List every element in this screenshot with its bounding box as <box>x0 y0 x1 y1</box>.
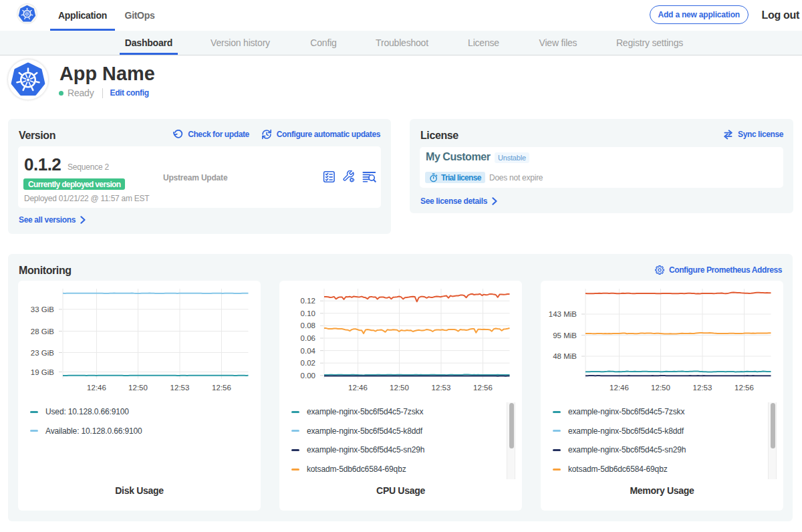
svg-text:0.06: 0.06 <box>301 334 315 342</box>
svg-text:12:46: 12:46 <box>348 384 368 392</box>
svg-text:143 MiB: 143 MiB <box>549 310 577 318</box>
svg-text:12:56: 12:56 <box>734 384 754 392</box>
svg-text:12:53: 12:53 <box>170 384 190 392</box>
svg-text:0.04: 0.04 <box>301 347 316 355</box>
svg-text:19 GiB: 19 GiB <box>31 368 54 376</box>
svg-text:28 GiB: 28 GiB <box>31 327 54 336</box>
svg-text:0.08: 0.08 <box>301 321 315 329</box>
svg-text:12:46: 12:46 <box>610 384 629 392</box>
svg-text:0.00: 0.00 <box>301 372 315 380</box>
svg-text:33 GiB: 33 GiB <box>31 305 54 313</box>
svg-text:48 MiB: 48 MiB <box>553 352 577 360</box>
svg-text:12:50: 12:50 <box>651 384 670 392</box>
svg-text:12:56: 12:56 <box>473 384 493 392</box>
svg-text:12:53: 12:53 <box>432 384 451 392</box>
svg-text:12:50: 12:50 <box>390 384 409 392</box>
svg-text:12:53: 12:53 <box>693 384 712 392</box>
svg-text:0.02: 0.02 <box>301 359 315 367</box>
svg-text:23 GiB: 23 GiB <box>31 349 54 357</box>
svg-text:0.10: 0.10 <box>301 309 315 317</box>
svg-text:12:46: 12:46 <box>87 384 106 392</box>
svg-text:0.12: 0.12 <box>301 297 315 305</box>
svg-text:12:56: 12:56 <box>212 384 231 392</box>
svg-text:95 MiB: 95 MiB <box>553 331 577 340</box>
svg-text:12:50: 12:50 <box>128 384 148 392</box>
